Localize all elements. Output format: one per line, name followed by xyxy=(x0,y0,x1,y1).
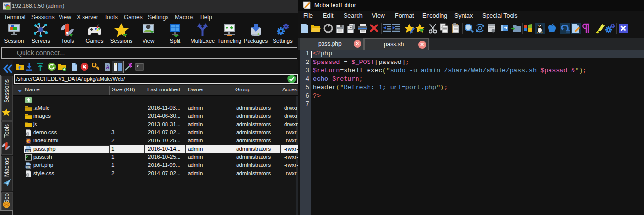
svg-text:A: A xyxy=(106,64,110,71)
svg-text:php: php xyxy=(26,165,31,168)
